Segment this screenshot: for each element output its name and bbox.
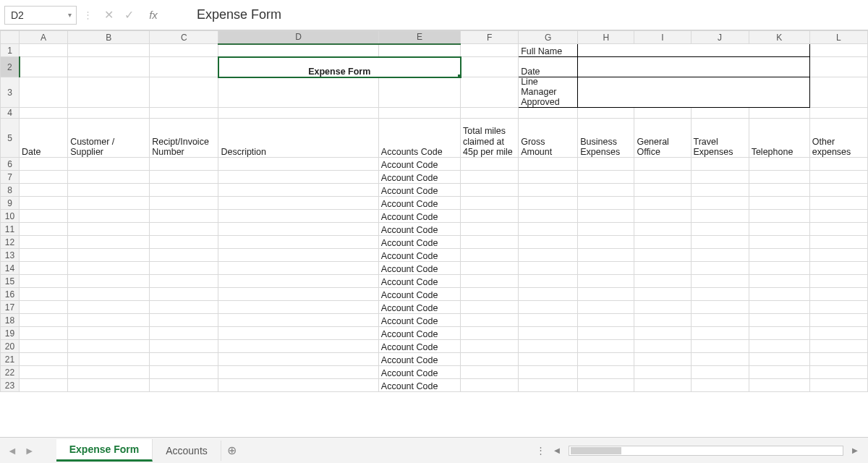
col-B[interactable]: B [68,31,150,44]
cell[interactable] [809,327,867,340]
cell[interactable] [809,262,867,275]
tab-expense-form[interactable]: Expense Form [56,439,153,462]
cell[interactable] [218,262,378,275]
cell[interactable] [749,249,809,262]
cell[interactable] [218,249,378,262]
add-sheet-icon[interactable]: ⊕ [221,443,243,457]
row-11[interactable]: 11 [1,223,20,236]
cell[interactable] [519,184,578,197]
cell[interactable] [150,379,218,392]
cell[interactable] [634,262,691,275]
fill-handle[interactable] [458,75,461,77]
worksheet[interactable]: A B C D E F G H I J K L 1Full Name2Expen… [0,30,868,437]
cell[interactable] [809,57,867,77]
cell[interactable] [461,353,519,366]
cell[interactable] [150,249,218,262]
cell[interactable] [578,366,634,379]
col-G[interactable]: G [519,31,578,44]
cell[interactable] [519,379,578,392]
cell[interactable] [218,366,378,379]
cell[interactable] [461,158,519,171]
cell[interactable] [691,314,749,327]
cell[interactable] [461,340,519,353]
row-10[interactable]: 10 [1,210,20,223]
cell[interactable] [809,77,867,108]
row-1[interactable]: 1 [1,44,20,57]
cell[interactable] [68,210,150,223]
cell[interactable] [691,184,749,197]
horizontal-scrollbar[interactable] [569,446,843,456]
cell[interactable] [749,236,809,249]
cell[interactable] [378,77,460,108]
cell[interactable] [218,236,378,249]
cell[interactable] [218,275,378,288]
cell[interactable] [68,340,150,353]
cell[interactable]: Account Code [378,288,460,301]
cell[interactable] [578,314,634,327]
cell[interactable] [68,262,150,275]
cell[interactable] [218,314,378,327]
cell[interactable]: Line Manager Approved [519,77,578,108]
cell[interactable]: Account Code [378,379,460,392]
cell[interactable] [691,353,749,366]
cell[interactable] [809,184,867,197]
scrollbar-thumb[interactable] [571,447,621,454]
cell[interactable] [749,108,809,119]
row-17[interactable]: 17 [1,301,20,314]
cell[interactable]: General Office [634,119,691,158]
cell[interactable] [20,288,68,301]
cell[interactable] [578,340,634,353]
cell[interactable] [461,223,519,236]
cell[interactable]: Account Code [378,223,460,236]
cell[interactable] [218,108,378,119]
cell[interactable] [20,366,68,379]
cell[interactable]: Account Code [378,327,460,340]
cell[interactable] [68,171,150,184]
cell[interactable] [20,353,68,366]
cell[interactable]: Account Code [378,171,460,184]
cell[interactable] [218,210,378,223]
fx-label[interactable]: fx [139,9,168,21]
cell[interactable] [20,44,68,57]
cell[interactable] [461,44,519,57]
cell[interactable] [749,184,809,197]
cell[interactable]: Account Code [378,236,460,249]
cell[interactable] [749,288,809,301]
cell[interactable] [578,158,634,171]
cell[interactable] [150,57,218,77]
cell[interactable] [150,210,218,223]
cell[interactable] [218,327,378,340]
cell[interactable] [68,44,150,57]
cell[interactable] [218,301,378,314]
cell[interactable] [68,223,150,236]
cell[interactable] [150,275,218,288]
cell[interactable] [20,158,68,171]
cell[interactable]: Account Code [378,249,460,262]
cell[interactable] [809,171,867,184]
cell[interactable] [519,288,578,301]
cell[interactable] [749,301,809,314]
cell[interactable] [578,171,634,184]
cell[interactable] [20,184,68,197]
cell[interactable] [20,249,68,262]
cell[interactable] [578,275,634,288]
cell[interactable] [68,184,150,197]
cell[interactable] [68,353,150,366]
col-E[interactable]: E [378,31,460,44]
cell[interactable] [20,197,68,210]
cell[interactable] [809,108,867,119]
cell[interactable] [20,314,68,327]
cell[interactable] [461,379,519,392]
cell[interactable] [634,171,691,184]
cell[interactable] [218,44,378,57]
cell[interactable]: Account Code [378,340,460,353]
cell[interactable]: Account Code [378,158,460,171]
cell[interactable] [218,77,378,108]
cell[interactable] [20,262,68,275]
row-13[interactable]: 13 [1,249,20,262]
cell[interactable] [809,353,867,366]
cell[interactable] [150,171,218,184]
cell[interactable] [519,210,578,223]
cell[interactable] [68,108,150,119]
cell[interactable] [749,223,809,236]
